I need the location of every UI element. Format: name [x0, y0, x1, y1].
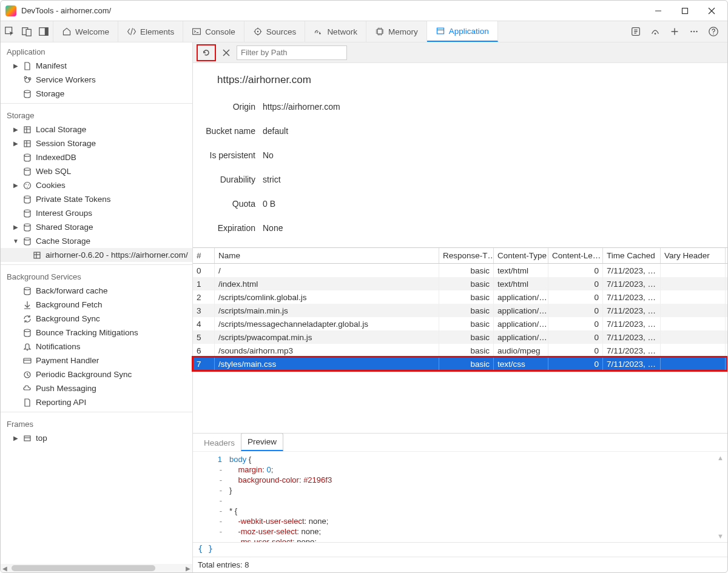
scroll-thumb[interactable] — [12, 565, 155, 571]
refresh-button[interactable] — [198, 45, 214, 61]
details-title: https://airhorner.com — [217, 74, 715, 86]
scroll-up-icon[interactable]: ▲ — [717, 454, 724, 461]
scroll-left-icon[interactable]: ◀ — [1, 564, 9, 572]
tab-elements[interactable]: Elements — [118, 21, 183, 42]
css-overview-icon[interactable] — [630, 26, 641, 37]
tab-application[interactable]: Application — [427, 21, 498, 42]
svg-point-21 — [693, 31, 695, 32]
col-response-type[interactable]: Response-T… — [439, 248, 494, 263]
tab-welcome[interactable]: Welcome — [53, 21, 118, 42]
svg-rect-53 — [24, 436, 30, 441]
device-icon[interactable] — [21, 26, 32, 37]
grid-row[interactable]: 2/scripts/comlink.global.jsbasicapplicat… — [193, 290, 727, 304]
close-button[interactable] — [698, 1, 725, 21]
sidebar-item-interest-groups[interactable]: Interest Groups — [1, 206, 192, 220]
svg-rect-45 — [34, 252, 40, 258]
grid-header[interactable]: # Name Response-T… Content-Type Content-… — [193, 248, 727, 264]
sidebar-item-local-storage[interactable]: ▶Local Storage — [1, 122, 192, 136]
grid-row[interactable]: 6/sounds/airhorn.mp3basicaudio/mpeg07/11… — [193, 344, 727, 357]
svg-point-20 — [690, 31, 692, 32]
svg-rect-14 — [437, 28, 443, 34]
sidebar-item-private-state[interactable]: Private State Tokens — [1, 192, 192, 206]
meta-quota-k: Quota — [205, 199, 263, 209]
meta-quota-v: 0 B — [263, 199, 275, 209]
section-storage: Storage — [1, 106, 192, 122]
svg-point-22 — [696, 31, 697, 32]
grid-row[interactable]: 7/styles/main.cssbasictext/css07/11/2023… — [193, 357, 727, 370]
code-preview[interactable]: 1--------- body { margin: 0; background-… — [193, 451, 727, 542]
col-content-length[interactable]: Content-Le… — [548, 248, 603, 263]
sidebar-item-cache-entry[interactable]: airhorner-0.6.20 - https://airhorner.com… — [1, 248, 192, 262]
clear-button[interactable] — [218, 45, 234, 61]
grid-row[interactable]: 1/index.htmlbasictext/html07/11/2023, … — [193, 277, 727, 290]
tab-memory[interactable]: Memory — [366, 21, 427, 42]
meta-origin-v: https://airhorner.com — [263, 102, 340, 112]
sidebar-item-storage[interactable]: Storage — [1, 87, 192, 101]
tab-headers[interactable]: Headers — [198, 435, 241, 451]
col-time-cached[interactable]: Time Cached — [603, 248, 661, 263]
code-gutter: 1--------- — [193, 452, 227, 542]
panel-tabbar: Welcome Elements Console Sources Network… — [1, 21, 727, 42]
sidebar-item-service-workers[interactable]: Service Workers — [1, 73, 192, 87]
grid-row[interactable]: 0/basictext/html07/11/2023, … — [193, 264, 727, 277]
sidebar-item-manifest[interactable]: ▶Manifest — [1, 59, 192, 73]
sidebar-item-shared-storage[interactable]: ▶Shared Storage — [1, 220, 192, 234]
maximize-button[interactable] — [672, 1, 698, 21]
scroll-right-icon[interactable]: ▶ — [184, 564, 192, 572]
svg-rect-6 — [26, 29, 31, 36]
col-vary[interactable]: Vary Header — [661, 248, 726, 263]
grid-row[interactable]: 4/scripts/messagechanneladapter.global.j… — [193, 317, 727, 330]
sidebar-item-bg-fetch[interactable]: Background Fetch — [1, 298, 192, 312]
svg-point-43 — [24, 224, 30, 226]
dock-side-icon[interactable] — [38, 26, 49, 37]
grid-row[interactable]: 5/scripts/pwacompat.min.jsbasicapplicati… — [193, 330, 727, 344]
tab-network[interactable]: Network — [305, 21, 366, 42]
minimize-button[interactable] — [645, 1, 672, 21]
tab-sources[interactable]: Sources — [244, 21, 306, 42]
sidebar-item-frame-top[interactable]: ▶top — [1, 431, 192, 445]
meta-exp-v: None — [263, 223, 283, 233]
sidebar-item-bounce[interactable]: Bounce Tracking Mitigations — [1, 326, 192, 340]
titlebar: DevTools - airhorner.com/ — [1, 1, 727, 21]
svg-point-48 — [24, 287, 30, 290]
sidebar-item-cache-storage[interactable]: ▼Cache Storage — [1, 234, 192, 248]
refresh-highlight — [197, 44, 216, 61]
help-icon[interactable] — [708, 26, 719, 37]
sidebar-item-session-storage[interactable]: ▶Session Storage — [1, 136, 192, 150]
inspect-icon[interactable] — [4, 26, 15, 37]
sidebar-item-bg-sync[interactable]: Background Sync — [1, 312, 192, 326]
col-name[interactable]: Name — [215, 248, 439, 263]
section-frames: Frames — [1, 415, 192, 431]
svg-point-24 — [713, 33, 714, 35]
scroll-down-icon[interactable]: ▼ — [717, 532, 724, 540]
sidebar-scrollbar[interactable]: ◀ ▶ — [1, 564, 192, 572]
more-icon[interactable] — [689, 26, 699, 37]
col-number[interactable]: # — [193, 248, 215, 263]
svg-point-12 — [320, 33, 321, 34]
filter-input[interactable] — [237, 45, 347, 60]
sidebar-item-cookies[interactable]: ▶Cookies — [1, 178, 192, 192]
sidebar-item-indexeddb[interactable]: IndexedDB — [1, 150, 192, 164]
sidebar-item-push[interactable]: Push Messaging — [1, 381, 192, 395]
performance-icon[interactable] — [650, 26, 661, 37]
sidebar[interactable]: Application ▶Manifest Service Workers St… — [1, 42, 193, 572]
svg-rect-50 — [24, 358, 31, 363]
sidebar-item-periodic-sync[interactable]: Periodic Background Sync — [1, 367, 192, 381]
meta-bucket-v: default — [263, 126, 288, 136]
new-tab-icon[interactable] — [669, 26, 680, 37]
sidebar-item-bfcache[interactable]: Back/forward cache — [1, 284, 192, 298]
grid-spacer — [193, 370, 727, 433]
meta-dur-v: strict — [263, 175, 281, 184]
pretty-print-button[interactable]: { } — [193, 542, 727, 557]
sidebar-item-reporting[interactable]: Reporting API — [1, 395, 192, 409]
svg-point-36 — [24, 168, 30, 170]
tab-preview[interactable]: Preview — [241, 433, 283, 451]
sidebar-item-websql[interactable]: Web SQL — [1, 164, 192, 178]
sidebar-item-notifications[interactable]: Notifications — [1, 340, 192, 354]
content-pane: https://airhorner.com Originhttps://airh… — [193, 42, 727, 572]
tab-console[interactable]: Console — [183, 21, 244, 42]
svg-point-28 — [24, 90, 30, 93]
sidebar-item-payment[interactable]: Payment Handler — [1, 354, 192, 367]
col-content-type[interactable]: Content-Type — [494, 248, 548, 263]
grid-row[interactable]: 3/scripts/main.min.jsbasicapplication/…0… — [193, 304, 727, 317]
